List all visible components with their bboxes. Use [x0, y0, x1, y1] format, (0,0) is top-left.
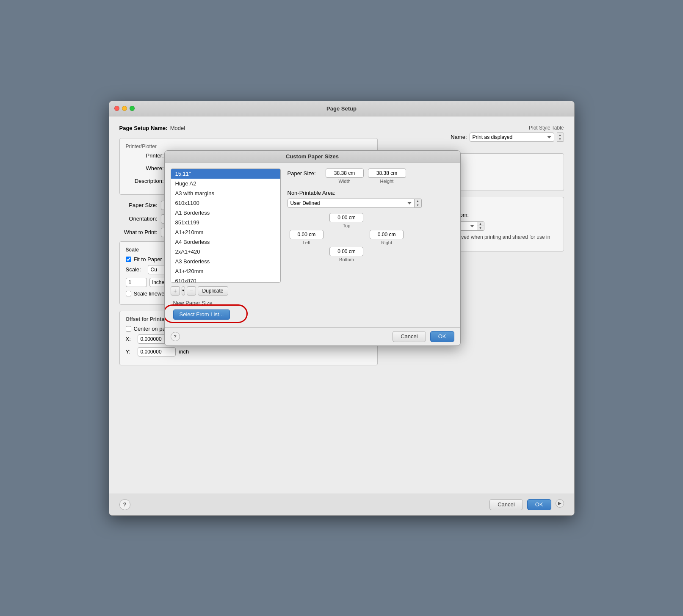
maximize-button[interactable]	[130, 106, 135, 111]
list-actions: + ▼ − Duplicate	[171, 286, 281, 296]
paper-size-settings-row: Paper Size: Width Height	[288, 169, 454, 184]
top-label: Top	[343, 223, 351, 228]
help-button[interactable]: ?	[119, 499, 130, 510]
ok-button[interactable]: OK	[527, 499, 551, 510]
traffic-lights	[114, 106, 135, 111]
close-button[interactable]	[114, 106, 119, 111]
left-label: Left	[303, 240, 310, 245]
modal-title-bar: Custom Paper Sizes	[165, 151, 460, 163]
right-label: Right	[381, 240, 392, 245]
add-button[interactable]: +	[171, 286, 180, 296]
width-input[interactable]	[326, 169, 364, 178]
add-dropdown-button[interactable]: ▼	[182, 286, 185, 296]
new-paper-size-row: New Paper Size	[171, 298, 281, 308]
list-item[interactable]: A3 Borderless	[171, 257, 280, 266]
scroll-right-button[interactable]: ▶	[556, 499, 564, 508]
paper-size-settings-label: Paper Size:	[288, 169, 321, 177]
modal-overlay: Custom Paper Sizes 15.11" Huge A2 A3 wit…	[109, 116, 574, 494]
list-item[interactable]: A1+210mm	[171, 227, 280, 237]
margin-empty-3	[327, 230, 366, 245]
margin-empty-5	[368, 247, 406, 262]
bottom-margin-cell: Bottom	[327, 247, 366, 262]
height-input[interactable]	[368, 169, 406, 178]
height-label: Height	[380, 179, 394, 184]
left-margin-cell: Left	[288, 230, 326, 245]
width-label: Width	[338, 179, 350, 184]
modal-body: 15.11" Huge A2 A3 with margins 610x1100 …	[165, 163, 460, 327]
list-item[interactable]: 2xA1+420	[171, 247, 280, 257]
paper-settings-panel: Paper Size: Width Height	[288, 169, 454, 321]
list-item[interactable]: Huge A2	[171, 179, 280, 188]
non-printable-stepper: User Defined ▲ ▼	[288, 199, 454, 208]
margin-empty-4	[288, 247, 326, 262]
bottom-label: Bottom	[339, 257, 354, 262]
top-margin-input[interactable]	[329, 213, 363, 222]
remove-button[interactable]: −	[187, 286, 196, 296]
list-item[interactable]: A1+420mm	[171, 266, 280, 276]
main-content: Page Setup Name: Model Plot Style Table …	[109, 116, 574, 494]
select-from-list-button[interactable]: Select From List...	[173, 309, 230, 320]
list-item[interactable]: 851x1199	[171, 218, 280, 227]
list-item[interactable]: 15.11"	[171, 169, 280, 179]
non-printable-arrow-down[interactable]: ▼	[415, 203, 421, 207]
modal-help-button[interactable]: ?	[171, 332, 180, 341]
page-setup-window: Page Setup Page Setup Name: Model Plot S…	[109, 101, 575, 516]
non-printable-section: Non-Printable Area: User Defined ▲ ▼	[288, 190, 454, 262]
list-item[interactable]: 610x1100	[171, 198, 280, 208]
paper-list-panel: 15.11" Huge A2 A3 with margins 610x1100 …	[171, 169, 281, 321]
bottom-margin-input[interactable]	[329, 247, 363, 256]
title-bar: Page Setup	[109, 101, 574, 116]
custom-paper-sizes-dialog: Custom Paper Sizes 15.11" Huge A2 A3 wit…	[164, 150, 461, 346]
minimize-button[interactable]	[122, 106, 127, 111]
new-paper-size-label: New Paper Size	[173, 300, 213, 306]
modal-footer: ? Cancel OK	[165, 327, 460, 345]
bottom-bar: ? Cancel OK ▶	[109, 494, 574, 515]
select-from-list-row: Select From List...	[171, 308, 281, 321]
list-item[interactable]: A1 Borderless	[171, 208, 280, 218]
right-margin-cell: Right	[368, 230, 406, 245]
modal-title: Custom Paper Sizes	[286, 153, 339, 160]
top-margin-cell: Top	[327, 213, 366, 228]
right-margin-input[interactable]	[370, 230, 404, 239]
non-printable-label: Non-Printable Area:	[288, 190, 454, 196]
window-title: Page Setup	[326, 105, 357, 112]
width-group: Width	[326, 169, 364, 184]
margin-empty-2	[368, 213, 406, 228]
non-printable-select-row: User Defined ▲ ▼	[288, 199, 454, 208]
non-printable-arrow-up[interactable]: ▲	[415, 199, 421, 203]
modal-cancel-button[interactable]: Cancel	[393, 331, 426, 342]
bottom-right: Cancel OK ▶	[489, 499, 564, 510]
paper-list[interactable]: 15.11" Huge A2 A3 with margins 610x1100 …	[171, 169, 281, 283]
non-printable-select[interactable]: User Defined	[288, 199, 415, 208]
cancel-button[interactable]: Cancel	[489, 499, 523, 510]
duplicate-button[interactable]: Duplicate	[198, 286, 228, 296]
list-item[interactable]: A3 with margins	[171, 188, 280, 198]
modal-ok-button[interactable]: OK	[430, 331, 454, 342]
height-group: Height	[368, 169, 406, 184]
list-item[interactable]: 610x870	[171, 276, 280, 283]
non-printable-arrows[interactable]: ▲ ▼	[415, 199, 422, 208]
margin-empty-1	[288, 213, 326, 228]
bottom-left: ?	[119, 499, 130, 510]
left-margin-input[interactable]	[290, 230, 324, 239]
margins-grid: Top Left	[288, 213, 406, 262]
list-item[interactable]: A4 Borderless	[171, 237, 280, 247]
